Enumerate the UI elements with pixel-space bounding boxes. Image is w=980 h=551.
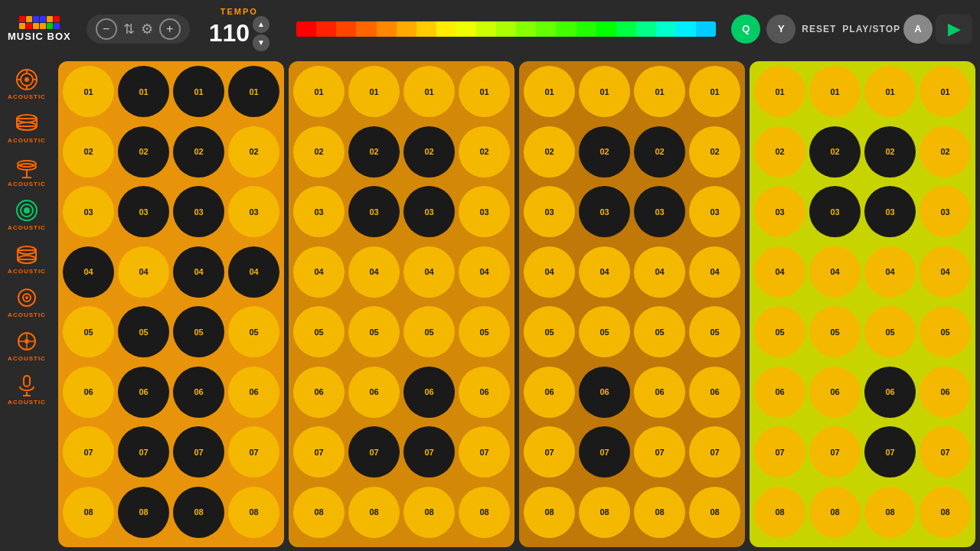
beat-cell-g3-r6-c1[interactable]: 06 <box>524 367 575 418</box>
beat-cell-g1-r5-c4[interactable]: 05 <box>228 306 279 357</box>
beat-cell-g1-r8-c4[interactable]: 08 <box>228 487 279 538</box>
beat-cell-g4-r7-c4[interactable]: 07 <box>920 426 971 478</box>
beat-cell-g1-r2-c2[interactable]: 02 <box>118 126 169 178</box>
beat-cell-g2-r7-c1[interactable]: 07 <box>293 426 345 478</box>
beat-cell-g3-r5-c3[interactable]: 05 <box>634 306 685 357</box>
beat-cell-g1-r4-c4[interactable]: 04 <box>228 246 279 298</box>
beat-cell-g4-r5-c4[interactable]: 05 <box>920 306 971 357</box>
beat-cell-g3-r7-c1[interactable]: 07 <box>524 426 575 478</box>
play-button[interactable]: ▶ <box>936 15 972 44</box>
beat-cell-g3-r6-c4[interactable]: 06 <box>689 367 740 418</box>
beat-cell-g3-r1-c2[interactable]: 01 <box>579 66 630 117</box>
beat-cell-g2-r7-c3[interactable]: 07 <box>403 426 455 478</box>
beat-cell-g2-r1-c4[interactable]: 01 <box>459 66 510 117</box>
beat-cell-g3-r6-c3[interactable]: 06 <box>634 367 685 418</box>
beat-cell-g4-r2-c3[interactable]: 02 <box>864 126 916 178</box>
sidebar-item-acoustic-1[interactable]: ACOUSTIC <box>0 61 54 105</box>
beat-cell-g4-r6-c4[interactable]: 06 <box>920 367 971 418</box>
beat-cell-g2-r5-c2[interactable]: 05 <box>348 306 400 357</box>
beat-cell-g3-r4-c4[interactable]: 04 <box>689 246 740 298</box>
a-button[interactable]: A <box>903 15 933 44</box>
beat-cell-g3-r8-c3[interactable]: 08 <box>634 487 685 538</box>
beat-cell-g2-r4-c4[interactable]: 04 <box>459 246 510 298</box>
beat-cell-g2-r2-c3[interactable]: 02 <box>403 126 455 178</box>
beat-cell-g2-r6-c1[interactable]: 06 <box>293 367 345 418</box>
beat-cell-g2-r4-c3[interactable]: 04 <box>403 246 455 298</box>
beat-cell-g2-r6-c2[interactable]: 06 <box>348 367 400 418</box>
beat-cell-g4-r5-c1[interactable]: 05 <box>754 306 805 357</box>
beat-cell-g3-r4-c3[interactable]: 04 <box>634 246 685 298</box>
beat-cell-g4-r1-c2[interactable]: 01 <box>809 66 861 117</box>
beat-cell-g4-r5-c2[interactable]: 05 <box>809 306 861 357</box>
beat-cell-g4-r6-c3[interactable]: 06 <box>864 367 916 418</box>
beat-cell-g4-r3-c4[interactable]: 03 <box>920 186 971 237</box>
beat-cell-g4-r5-c3[interactable]: 05 <box>864 306 916 357</box>
beat-cell-g2-r1-c1[interactable]: 01 <box>293 66 345 117</box>
beat-cell-g4-r8-c1[interactable]: 08 <box>754 487 805 538</box>
beat-cell-g4-r2-c2[interactable]: 02 <box>809 126 861 178</box>
beat-cell-g3-r3-c2[interactable]: 03 <box>579 186 630 237</box>
reset-button[interactable]: RESET <box>802 24 836 34</box>
beat-cell-g1-r7-c1[interactable]: 07 <box>63 426 114 478</box>
beat-cell-g3-r7-c2[interactable]: 07 <box>579 426 630 478</box>
beat-cell-g3-r5-c1[interactable]: 05 <box>524 306 575 357</box>
beat-cell-g1-r3-c3[interactable]: 03 <box>173 186 224 237</box>
beat-cell-g1-r7-c4[interactable]: 07 <box>228 426 279 478</box>
beat-cell-g2-r2-c2[interactable]: 02 <box>348 126 400 178</box>
beat-cell-g3-r8-c1[interactable]: 08 <box>524 487 575 538</box>
beat-cell-g3-r5-c4[interactable]: 05 <box>689 306 740 357</box>
beat-cell-g2-r2-c1[interactable]: 02 <box>293 126 345 178</box>
beat-cell-g1-r6-c1[interactable]: 06 <box>63 367 114 418</box>
beat-cell-g4-r8-c3[interactable]: 08 <box>864 487 916 538</box>
beat-cell-g2-r5-c4[interactable]: 05 <box>459 306 510 357</box>
beat-cell-g1-r4-c2[interactable]: 04 <box>118 246 169 298</box>
beat-cell-g2-r6-c4[interactable]: 06 <box>459 367 510 418</box>
beat-cell-g3-r2-c4[interactable]: 02 <box>689 126 740 178</box>
beat-cell-g1-r6-c4[interactable]: 06 <box>228 367 279 418</box>
tempo-down-button[interactable]: ▼ <box>253 34 270 51</box>
beat-cell-g1-r5-c3[interactable]: 05 <box>173 306 224 357</box>
beat-cell-g2-r3-c4[interactable]: 03 <box>459 186 510 237</box>
beat-cell-g4-r3-c2[interactable]: 03 <box>809 186 861 237</box>
beat-cell-g4-r6-c2[interactable]: 06 <box>809 367 861 418</box>
beat-cell-g4-r4-c1[interactable]: 04 <box>754 246 805 298</box>
beat-cell-g1-r3-c1[interactable]: 03 <box>63 186 114 237</box>
sidebar-item-acoustic-3[interactable]: ACOUSTIC <box>0 148 54 192</box>
minus-button[interactable]: − <box>96 18 117 40</box>
beat-cell-g3-r2-c1[interactable]: 02 <box>524 126 575 178</box>
beat-cell-g4-r6-c1[interactable]: 06 <box>754 367 805 418</box>
beat-cell-g2-r7-c4[interactable]: 07 <box>459 426 510 478</box>
beat-cell-g4-r1-c1[interactable]: 01 <box>754 66 805 117</box>
beat-cell-g3-r4-c2[interactable]: 04 <box>579 246 630 298</box>
beat-cell-g2-r6-c3[interactable]: 06 <box>403 367 455 418</box>
beat-cell-g3-r3-c4[interactable]: 03 <box>689 186 740 237</box>
tempo-up-button[interactable]: ▲ <box>253 16 270 33</box>
beat-cell-g1-r3-c4[interactable]: 03 <box>228 186 279 237</box>
beat-cell-g1-r1-c3[interactable]: 01 <box>173 66 224 117</box>
beat-cell-g2-r8-c3[interactable]: 08 <box>403 487 455 538</box>
beat-cell-g2-r5-c1[interactable]: 05 <box>293 306 345 357</box>
beat-cell-g1-r5-c1[interactable]: 05 <box>63 306 114 357</box>
beat-cell-g2-r7-c2[interactable]: 07 <box>348 426 400 478</box>
sidebar-item-acoustic-8[interactable]: ACOUSTIC <box>0 367 54 410</box>
beat-cell-g3-r6-c2[interactable]: 06 <box>579 367 630 418</box>
beat-cell-g1-r2-c1[interactable]: 02 <box>63 126 114 178</box>
beat-cell-g1-r7-c3[interactable]: 07 <box>173 426 224 478</box>
shuffle-icon[interactable]: ⇅ <box>123 21 135 37</box>
beat-cell-g1-r6-c3[interactable]: 06 <box>173 367 224 418</box>
beat-cell-g2-r8-c2[interactable]: 08 <box>348 487 400 538</box>
beat-cell-g2-r8-c1[interactable]: 08 <box>293 487 345 538</box>
beat-cell-g1-r1-c2[interactable]: 01 <box>118 66 169 117</box>
beat-cell-g1-r4-c1[interactable]: 04 <box>63 246 114 298</box>
sidebar-item-acoustic-4[interactable]: ACOUSTIC <box>0 192 54 236</box>
beat-cell-g2-r4-c2[interactable]: 04 <box>348 246 400 298</box>
beat-cell-g1-r2-c3[interactable]: 02 <box>173 126 224 178</box>
beat-cell-g1-r8-c2[interactable]: 08 <box>118 487 169 538</box>
beat-cell-g4-r7-c2[interactable]: 07 <box>809 426 861 478</box>
sidebar-item-acoustic-5[interactable]: ACOUSTIC <box>0 236 54 279</box>
beat-cell-g4-r3-c1[interactable]: 03 <box>754 186 805 237</box>
beat-cell-g4-r8-c4[interactable]: 08 <box>920 487 971 538</box>
q-button[interactable]: Q <box>731 15 760 44</box>
beat-cell-g3-r1-c4[interactable]: 01 <box>689 66 740 117</box>
beat-cell-g3-r5-c2[interactable]: 05 <box>579 306 630 357</box>
